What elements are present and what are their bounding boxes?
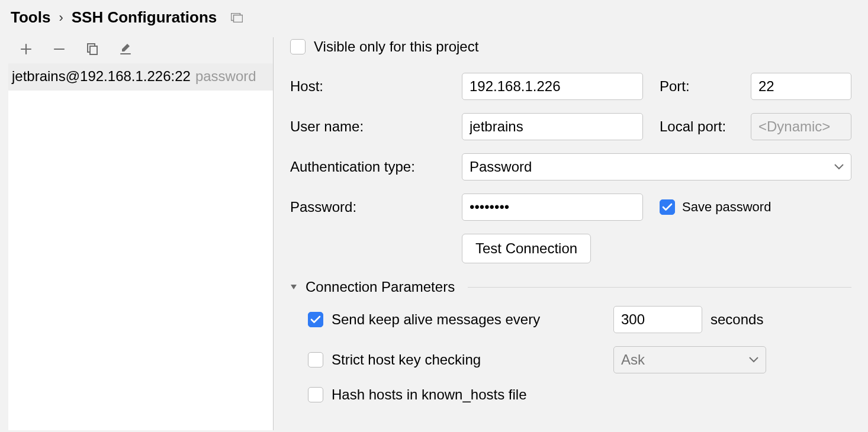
detach-window-icon[interactable] <box>230 11 244 25</box>
config-item-title: jetbrains@192.168.1.226:22 <box>12 68 191 85</box>
host-label: Host: <box>290 78 462 95</box>
visible-only-checkbox[interactable] <box>290 39 306 54</box>
svg-rect-3 <box>90 46 97 54</box>
visible-only-label: Visible only for this project <box>314 38 478 55</box>
strict-host-select[interactable]: Ask <box>613 346 766 373</box>
localport-input[interactable] <box>751 113 851 140</box>
port-input[interactable] <box>751 73 851 100</box>
triangle-down-icon <box>290 284 297 290</box>
form-panel: Visible only for this project Host: Port… <box>274 33 868 430</box>
chevron-right-icon: › <box>59 10 63 25</box>
sidebar: jetbrains@192.168.1.226:22 password <box>8 37 274 430</box>
strict-host-label: Strict host key checking <box>332 352 605 368</box>
config-list: jetbrains@192.168.1.226:22 password <box>8 63 273 430</box>
port-label: Port: <box>660 78 751 95</box>
remove-icon[interactable] <box>51 41 67 57</box>
authtype-label: Authentication type: <box>290 159 462 175</box>
copy-icon[interactable] <box>84 41 101 57</box>
hash-hosts-checkbox[interactable] <box>308 387 323 402</box>
password-label: Password: <box>290 199 462 215</box>
chevron-down-icon <box>749 357 758 363</box>
svg-rect-1 <box>234 15 243 22</box>
username-input[interactable] <box>462 113 643 140</box>
test-connection-button[interactable]: Test Connection <box>462 234 591 263</box>
breadcrumb-tools[interactable]: Tools <box>11 8 50 27</box>
strict-host-value: Ask <box>621 352 645 368</box>
keepalive-input[interactable] <box>613 306 702 333</box>
edit-icon[interactable] <box>117 41 134 57</box>
password-input[interactable] <box>462 194 643 221</box>
breadcrumb-page: SSH Configurations <box>72 8 217 27</box>
connection-parameters-title: Connection Parameters <box>306 279 455 295</box>
connection-parameters-header[interactable]: Connection Parameters <box>290 279 851 295</box>
keepalive-checkbox[interactable] <box>308 312 323 327</box>
hash-hosts-label: Hash hosts in known_hosts file <box>332 386 527 403</box>
strict-host-checkbox[interactable] <box>308 352 323 367</box>
authtype-value: Password <box>470 159 532 175</box>
chevron-down-icon <box>834 164 844 170</box>
breadcrumb: Tools › SSH Configurations <box>0 0 868 33</box>
config-item-auth: password <box>195 68 256 85</box>
keepalive-label: Send keep alive messages every <box>332 311 605 328</box>
keepalive-unit: seconds <box>711 311 763 328</box>
config-list-item[interactable]: jetbrains@192.168.1.226:22 password <box>8 63 273 91</box>
add-icon[interactable] <box>18 41 34 57</box>
sidebar-toolbar <box>8 37 273 63</box>
separator-line <box>468 287 851 288</box>
authtype-select[interactable]: Password <box>462 153 851 180</box>
localport-label: Local port: <box>660 118 751 135</box>
save-password-checkbox[interactable] <box>660 199 675 215</box>
save-password-label: Save password <box>682 199 771 215</box>
username-label: User name: <box>290 118 462 135</box>
host-input[interactable] <box>462 73 643 100</box>
